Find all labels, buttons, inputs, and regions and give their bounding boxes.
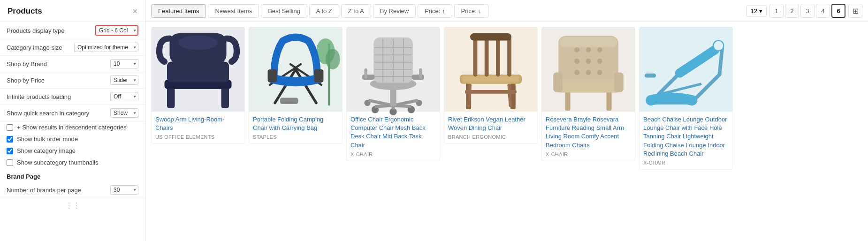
tab-a-to-z[interactable]: A to Z: [309, 4, 339, 18]
category-image-size-control: Optimized for theme Original Thumbnail ▾: [74, 43, 138, 52]
show-results-descendent-checkbox[interactable]: [7, 124, 13, 131]
per-page-caret: ▾: [759, 8, 762, 15]
svg-rect-67: [614, 73, 624, 92]
svg-rect-15: [280, 98, 298, 104]
sidebar-close-button[interactable]: ×: [132, 7, 137, 15]
page-3-button[interactable]: 3: [800, 4, 815, 18]
svg-point-59: [597, 47, 602, 53]
svg-rect-50: [507, 38, 511, 77]
products-display-type-control: Grid - 6 Col Grid - 4 Col Grid - 3 Col L…: [95, 25, 138, 36]
tab-price-asc[interactable]: Price: ↑: [418, 4, 452, 18]
product-image-p5: [542, 27, 635, 112]
sidebar-header: Products ×: [0, 0, 145, 22]
product-brand-p6: X-CHAIR: [643, 160, 729, 166]
tabs-bar: Featured Items Newest Items Best Selling…: [145, 0, 868, 22]
product-image-p6: [640, 27, 732, 112]
svg-line-74: [720, 49, 723, 75]
product-card-p2: Portable Folding Camping Chair with Carr…: [249, 27, 343, 144]
product-card-p4: Rivet Erikson Vegan Leather Woven Dining…: [444, 27, 538, 144]
show-category-image-label[interactable]: Show category image: [17, 147, 76, 154]
brand-page-section-label: Brand Page: [0, 168, 145, 182]
product-brand-p4: BRANCH ERGONOMIC: [448, 134, 533, 140]
infinite-loading-control: Off On ▾: [110, 92, 138, 101]
page-4-button[interactable]: 4: [816, 4, 830, 18]
product-image-p4: [444, 27, 537, 112]
shop-by-price-label: Shop by Price: [7, 77, 45, 84]
product-brand-p5: X-CHAIR: [546, 151, 631, 157]
tab-z-to-a[interactable]: Z to A: [341, 4, 371, 18]
product-brand-p2: STAPLES: [253, 134, 338, 140]
product-name-p5[interactable]: Rosevera Brayle Rosevara Furniture Readi…: [546, 115, 631, 150]
drag-handle[interactable]: ⋮⋮: [0, 198, 145, 213]
product-info-p6: Beach Chaise Lounge Outdoor Lounge Chair…: [640, 112, 732, 169]
show-category-image-checkbox[interactable]: [7, 148, 13, 154]
page-1-button[interactable]: 1: [769, 4, 784, 18]
category-image-size-label: Category image size: [7, 44, 62, 51]
svg-rect-47: [473, 38, 478, 77]
tab-featured-items[interactable]: Featured Items: [151, 4, 206, 18]
product-info-p3: Office Chair Ergonomic Computer Chair Me…: [347, 112, 440, 161]
category-image-size-select[interactable]: Optimized for theme Original Thumbnail: [74, 43, 138, 52]
svg-point-65: [597, 70, 602, 75]
products-display-type-label: Products display type: [7, 27, 65, 34]
svg-point-5: [178, 35, 218, 50]
pagination: 1 2 3 4 6: [769, 4, 845, 18]
shop-by-price-select[interactable]: Slider Input Both: [110, 75, 138, 85]
svg-rect-38: [412, 75, 424, 80]
page-6-button[interactable]: 6: [831, 4, 845, 18]
svg-rect-40: [419, 68, 422, 79]
svg-rect-54: [607, 90, 612, 111]
sidebar-title: Products: [8, 7, 42, 16]
svg-rect-39: [364, 68, 367, 79]
product-image-p3: [347, 27, 440, 112]
show-subcategory-thumbnails-checkbox[interactable]: [7, 159, 13, 166]
quick-search-control: Show Hide ▾: [110, 108, 138, 118]
product-image-p2: [249, 27, 342, 112]
show-bulk-order-checkbox[interactable]: [7, 136, 13, 143]
svg-rect-3: [167, 62, 229, 83]
product-name-p3[interactable]: Office Chair Ergonomic Computer Chair Me…: [350, 115, 436, 150]
product-brand-p3: X-CHAIR: [350, 151, 436, 157]
svg-rect-55: [556, 77, 620, 93]
tab-newest-items[interactable]: Newest Items: [208, 4, 259, 18]
quick-search-select[interactable]: Show Hide: [110, 108, 138, 118]
products-display-type-select[interactable]: Grid - 6 Col Grid - 4 Col Grid - 3 Col L…: [95, 25, 138, 36]
shop-by-brand-row: Shop by Brand 10 5 15 20 ▾: [0, 56, 145, 72]
quick-search-row: Show quick search in category Show Hide …: [0, 105, 145, 121]
product-card-p6: Beach Chaise Lounge Outdoor Lounge Chair…: [639, 27, 733, 170]
category-image-size-row: Category image size Optimized for theme …: [0, 39, 145, 56]
svg-point-57: [574, 47, 579, 53]
svg-rect-14: [314, 69, 324, 83]
page-2-button[interactable]: 2: [785, 4, 799, 18]
tab-best-selling[interactable]: Best Selling: [261, 4, 307, 18]
show-subcategory-thumbnails-label[interactable]: Show subcategory thumbnails: [17, 159, 98, 166]
tabs-right-controls: 12 ▾ 1 2 3 4 6 ⊞: [746, 4, 862, 18]
product-card-p5: Rosevera Brayle Rosevara Furniture Readi…: [541, 27, 635, 161]
product-info-p4: Rivet Erikson Vegan Leather Woven Dining…: [444, 112, 537, 143]
shop-by-brand-select[interactable]: 10 5 15 20: [110, 59, 138, 68]
brands-per-page-row: Number of brands per page 30 10 20 50 ▾: [0, 182, 145, 198]
show-results-descendent-label[interactable]: + Show results in descendent categories: [17, 124, 127, 131]
svg-point-76: [713, 40, 723, 51]
product-name-p6[interactable]: Beach Chaise Lounge Outdoor Lounge Chair…: [643, 115, 729, 158]
infinite-loading-select[interactable]: Off On: [110, 92, 138, 101]
product-name-p4[interactable]: Rivet Erikson Vegan Leather Woven Dining…: [448, 115, 533, 132]
svg-rect-13: [268, 69, 277, 83]
brands-per-page-select[interactable]: 30 10 20 50: [110, 185, 138, 195]
per-page-control[interactable]: 12 ▾: [746, 5, 767, 17]
svg-rect-51: [470, 33, 511, 40]
svg-point-8: [326, 49, 340, 69]
product-name-p2[interactable]: Portable Folding Camping Chair with Carr…: [253, 115, 338, 132]
tab-by-review[interactable]: By Review: [373, 4, 416, 18]
product-card-p3: Office Chair Ergonomic Computer Chair Me…: [346, 27, 440, 161]
brands-per-page-control: 30 10 20 50 ▾: [110, 185, 138, 195]
grid-toggle-button[interactable]: ⊞: [848, 4, 862, 18]
tab-price-desc[interactable]: Price: ↓: [454, 4, 488, 18]
svg-rect-49: [496, 38, 500, 77]
show-bulk-order-label[interactable]: Show bulk order mode: [17, 136, 78, 143]
checkbox-row-category-image: Show category image: [0, 145, 145, 157]
main-content: Featured Items Newest Items Best Selling…: [145, 0, 868, 241]
product-name-p1[interactable]: Swoop Arm Living-Room-Chairs: [155, 115, 241, 132]
svg-rect-46: [463, 76, 519, 82]
sidebar: Products × Products display type Grid - …: [0, 0, 145, 241]
